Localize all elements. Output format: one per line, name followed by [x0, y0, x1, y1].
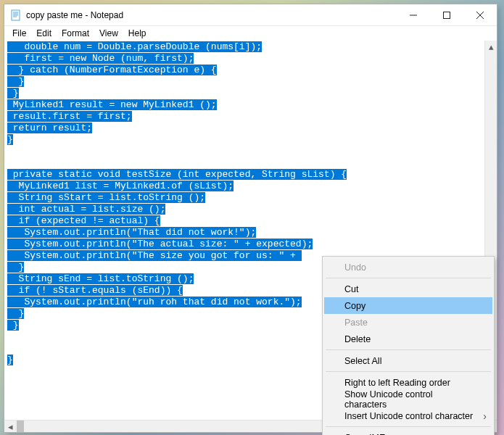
menu-help[interactable]: Help: [123, 28, 152, 39]
menu-file[interactable]: File: [7, 28, 31, 39]
code-line: result.first = first;: [7, 111, 132, 122]
code-line: System.out.println("The size you got for…: [7, 250, 302, 261]
titlebar: copy paste me - Notepad: [4, 4, 497, 26]
ctx-open-ime[interactable]: Open IME: [324, 429, 492, 435]
code-line: if (expected != actual) {: [7, 215, 160, 226]
code-line: System.out.println("ruh roh that did not…: [7, 297, 302, 307]
code-line: String sStart = list.toString ();: [7, 192, 205, 203]
close-button[interactable]: [463, 4, 497, 25]
code-line: String sEnd = list.toString ();: [7, 273, 194, 284]
code-line: double num = Double.parseDouble (nums[i]…: [7, 41, 262, 52]
code-line: MyLinked1 list = MyLinked1.of (sList);: [7, 181, 234, 191]
ctx-select-all[interactable]: Select All: [324, 352, 492, 369]
context-menu: Undo Cut Copy Paste Delete Select All Ri…: [322, 256, 495, 435]
code-line: }: [7, 320, 19, 331]
code-line: } catch (NumberFormatException e) {: [7, 65, 217, 75]
code-line: private static void testSize (int expect…: [7, 169, 347, 180]
separator: [326, 278, 491, 278]
notepad-icon: [10, 9, 22, 21]
menubar: File Edit Format View Help: [4, 26, 497, 41]
code-line: }: [7, 88, 19, 99]
code-line: }: [7, 262, 24, 273]
code-line: if (! sStart.equals (sEnd)) {: [7, 285, 183, 296]
ctx-show-unicode[interactable]: Show Unicode control characters: [324, 391, 492, 407]
code-line: System.out.println("That did not work!")…: [7, 227, 256, 238]
menu-view[interactable]: View: [94, 28, 123, 39]
code-line: }: [7, 355, 13, 365]
minimize-button[interactable]: [397, 4, 430, 25]
code-line: }: [7, 308, 24, 319]
svg-rect-1: [444, 12, 450, 18]
code-line: }: [7, 76, 24, 87]
window-title: copy paste me - Notepad: [26, 10, 397, 20]
separator: [326, 349, 491, 350]
window-controls: [397, 4, 497, 25]
ctx-paste[interactable]: Paste: [324, 314, 492, 331]
code-line: }: [7, 134, 13, 145]
scroll-up-icon[interactable]: ▴: [485, 41, 497, 53]
menu-edit[interactable]: Edit: [31, 28, 57, 39]
ctx-insert-unicode[interactable]: Insert Unicode control character: [324, 407, 492, 424]
ctx-undo[interactable]: Undo: [324, 259, 492, 276]
maximize-button[interactable]: [430, 4, 463, 25]
code-line: return result;: [7, 123, 92, 133]
separator: [326, 371, 491, 372]
code-line: MyLinked1 result = new MyLinked1 ();: [7, 99, 217, 110]
ctx-delete[interactable]: Delete: [324, 331, 492, 347]
menu-format[interactable]: Format: [57, 28, 94, 39]
code-line: int actual = list.size ();: [7, 204, 165, 215]
separator: [326, 426, 491, 427]
code-line: first = new Node (num, first);: [7, 53, 194, 64]
scroll-left-icon[interactable]: ◂: [4, 420, 17, 433]
scrollbar-thumb[interactable]: [17, 420, 24, 432]
code-line: System.out.println("The actual size: " +…: [7, 239, 313, 249]
ctx-cut[interactable]: Cut: [324, 281, 492, 297]
ctx-copy[interactable]: Copy: [324, 297, 492, 314]
